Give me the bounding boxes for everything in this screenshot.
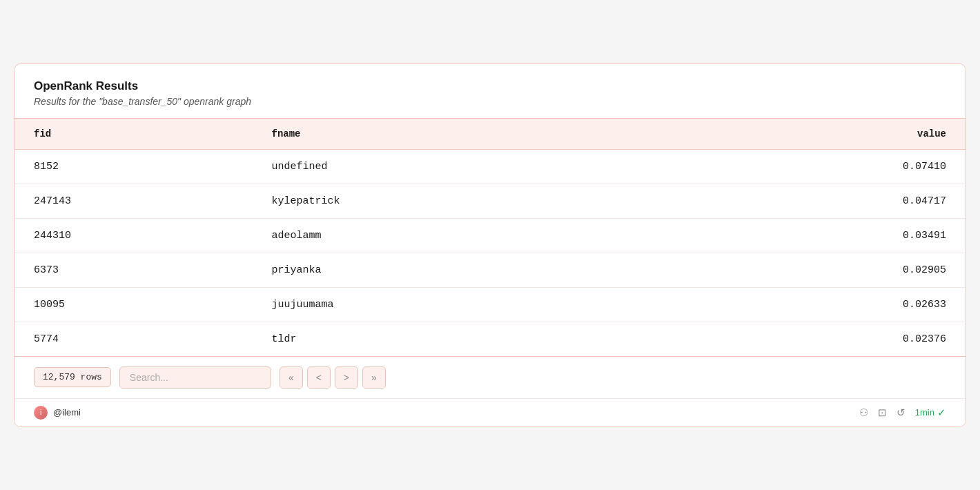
cell-fname: priyanka xyxy=(253,253,776,287)
cell-fid: 5774 xyxy=(14,322,253,356)
row-count: 12,579 rows xyxy=(34,367,111,387)
table-footer: 12,579 rows « < > » xyxy=(14,356,966,398)
table-header-row: fid fname value xyxy=(14,119,966,150)
cell-value: 0.02376 xyxy=(775,322,966,356)
cell-fid: 244310 xyxy=(14,218,253,253)
prev-page-button[interactable]: < xyxy=(307,366,331,389)
cell-fid: 10095 xyxy=(14,287,253,322)
cell-fname: undefined xyxy=(253,149,776,184)
cell-value: 0.04717 xyxy=(775,184,966,218)
card-header: OpenRank Results Results for the "base_t… xyxy=(14,64,966,119)
table-row: 5774 tldr 0.02376 xyxy=(14,322,966,356)
table-row: 244310 adeolamm 0.03491 xyxy=(14,218,966,253)
status-icons: ⚇ ⊡ ↺ 1min ✓ xyxy=(859,406,946,419)
status-time: 1min ✓ xyxy=(915,406,946,419)
user-info: i @ilemi xyxy=(34,406,81,420)
cell-value: 0.02633 xyxy=(775,287,966,322)
col-header-value: value xyxy=(775,119,966,150)
col-header-fname: fname xyxy=(253,119,776,150)
cell-fid: 8152 xyxy=(14,149,253,184)
cell-fname: kylepatrick xyxy=(253,184,776,218)
cell-fid: 247143 xyxy=(14,184,253,218)
cell-value: 0.02905 xyxy=(775,253,966,287)
cell-value: 0.07410 xyxy=(775,149,966,184)
screenshot-icon[interactable]: ⊡ xyxy=(878,406,887,419)
col-header-fid: fid xyxy=(14,119,253,150)
first-page-button[interactable]: « xyxy=(280,366,303,389)
status-bar: i @ilemi ⚇ ⊡ ↺ 1min ✓ xyxy=(14,398,966,427)
cell-fid: 6373 xyxy=(14,253,253,287)
pagination-controls: « < > » xyxy=(280,366,386,389)
table-row: 8152 undefined 0.07410 xyxy=(14,149,966,184)
cell-fname: juujuumama xyxy=(253,287,776,322)
search-input[interactable] xyxy=(119,366,271,389)
table-row: 10095 juujuumama 0.02633 xyxy=(14,287,966,322)
time-label: 1min xyxy=(915,407,934,418)
cell-fname: adeolamm xyxy=(253,218,776,253)
undo-icon[interactable]: ↺ xyxy=(896,406,905,419)
table-row: 247143 kylepatrick 0.04717 xyxy=(14,184,966,218)
last-page-button[interactable]: » xyxy=(362,366,386,389)
share-icon[interactable]: ⚇ xyxy=(859,406,868,419)
card-title: OpenRank Results xyxy=(34,79,946,93)
username: @ilemi xyxy=(53,407,81,418)
avatar: i xyxy=(34,406,48,420)
cell-fname: tldr xyxy=(253,322,776,356)
next-page-button[interactable]: > xyxy=(335,366,358,389)
table-row: 6373 priyanka 0.02905 xyxy=(14,253,966,287)
card-subtitle: Results for the "base_transfer_50" openr… xyxy=(34,96,946,107)
check-icon: ✓ xyxy=(937,406,946,419)
cell-value: 0.03491 xyxy=(775,218,966,253)
results-card: OpenRank Results Results for the "base_t… xyxy=(14,63,966,427)
results-table: fid fname value 8152 undefined 0.07410 2… xyxy=(14,119,966,356)
